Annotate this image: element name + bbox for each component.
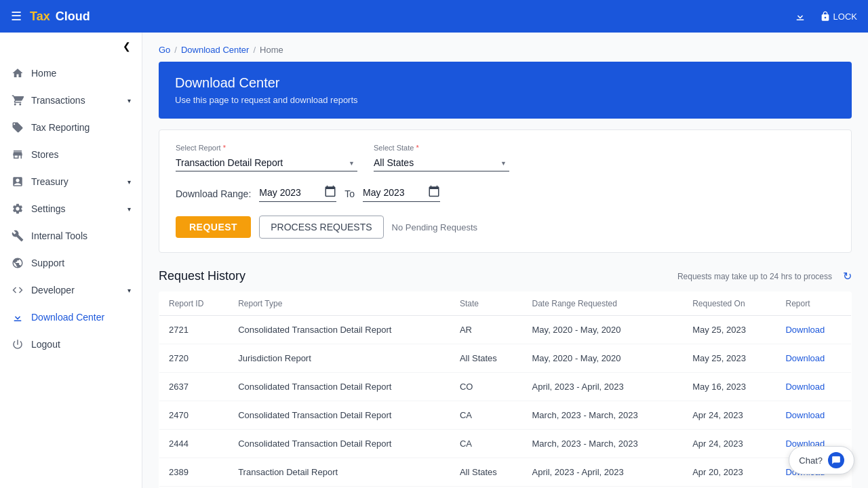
state-select[interactable]: All States AR CA CO <box>374 155 509 171</box>
stores-icon <box>11 148 24 161</box>
lock-button[interactable]: LOCK <box>820 11 857 22</box>
cell-report-id: 2389 <box>159 458 229 487</box>
sidebar-item-download-center[interactable]: Download Center <box>0 304 142 331</box>
request-history-title: Request History <box>159 269 245 283</box>
report-select-group: Select Report * Transaction Detail Repor… <box>176 144 357 171</box>
table-row: 2721 Consolidated Transaction Detail Rep… <box>159 316 852 344</box>
cell-report: Download <box>776 373 851 401</box>
transactions-icon <box>11 94 24 107</box>
cell-date-range: May, 2020 - May, 2020 <box>523 344 684 373</box>
calendar-from-icon[interactable] <box>324 185 336 200</box>
table-row: 2444 Consolidated Transaction Detail Rep… <box>159 430 852 458</box>
cell-date-range: April, 2023 - April, 2023 <box>523 373 684 401</box>
treasury-icon <box>11 175 24 188</box>
cell-requested-on: May 25, 2023 <box>683 316 776 344</box>
sidebar-item-stores[interactable]: Stores <box>0 141 142 168</box>
hamburger-icon[interactable]: ☰ <box>11 9 22 24</box>
table-row: 2470 Consolidated Transaction Detail Rep… <box>159 401 852 430</box>
chat-button[interactable]: Chat? <box>789 446 854 474</box>
cell-date-range: March, 2023 - March, 2023 <box>523 430 684 458</box>
table-row: 2637 Consolidated Transaction Detail Rep… <box>159 373 852 401</box>
chevron-down-icon-developer: ▾ <box>127 287 131 294</box>
main-layout: ❮ Home Transactions ▾ Tax Reporting <box>0 33 868 488</box>
process-requests-button[interactable]: PROCESS REQUESTS <box>259 216 383 239</box>
cell-state: All States <box>450 344 523 373</box>
cell-report-type: Consolidated Transaction Detail Report <box>229 401 450 430</box>
cell-requested-on: May 16, 2023 <box>683 373 776 401</box>
cell-state: CA <box>450 430 523 458</box>
breadcrumb-go[interactable]: Go <box>159 45 170 55</box>
cell-requested-on: May 25, 2023 <box>683 344 776 373</box>
chevron-down-icon: ▾ <box>127 97 131 104</box>
cell-state: All States <box>450 458 523 487</box>
cell-report-type: Consolidated Transaction Detail Report <box>229 430 450 458</box>
lock-label: LOCK <box>833 12 857 22</box>
sidebar-item-support[interactable]: Support <box>0 249 142 277</box>
col-report-id: Report ID <box>159 292 229 316</box>
sidebar-label-home: Home <box>31 68 131 79</box>
sidebar-toggle[interactable]: ❮ <box>0 33 142 60</box>
logo-tax: Tax <box>30 9 50 24</box>
cell-requested-on: Apr 24, 2023 <box>683 430 776 458</box>
cell-report-id: 2721 <box>159 316 229 344</box>
calendar-to-icon[interactable] <box>428 185 440 200</box>
date-from-wrap <box>259 185 336 202</box>
breadcrumb: Go / Download Center / Home <box>142 33 868 62</box>
request-history-header: Request History Requests may take up to … <box>159 269 852 283</box>
sidebar-label-internal-tools: Internal Tools <box>31 230 131 241</box>
download-link[interactable]: Download <box>785 325 825 335</box>
request-history-table: Report ID Report Type State Date Range R… <box>159 291 852 488</box>
sidebar-item-tax-reporting[interactable]: Tax Reporting <box>0 114 142 141</box>
action-buttons-row: REQUEST PROCESS REQUESTS No Pending Requ… <box>176 216 835 239</box>
chat-icon <box>828 452 844 468</box>
chevron-left-icon: ❮ <box>123 41 131 52</box>
download-range-label: Download Range: <box>176 188 251 199</box>
chevron-down-icon-settings: ▾ <box>127 205 131 213</box>
request-history-note: Requests may take up to 24 hrs to proces… <box>677 272 832 281</box>
request-form-card: Select Report * Transaction Detail Repor… <box>159 129 852 253</box>
date-to-input[interactable] <box>363 187 424 198</box>
col-report-type: Report Type <box>229 292 450 316</box>
col-report: Report <box>776 292 851 316</box>
sidebar-label-tax-reporting: Tax Reporting <box>31 122 131 133</box>
table-row: 2389 Transaction Detail Report All State… <box>159 458 852 487</box>
sidebar-label-treasury: Treasury <box>31 176 121 187</box>
sidebar-item-developer[interactable]: Developer ▾ <box>0 277 142 304</box>
cell-report-type: Consolidated Transaction Detail Report <box>229 316 450 344</box>
sidebar-label-logout: Logout <box>31 339 131 350</box>
form-selects-row: Select Report * Transaction Detail Repor… <box>176 144 835 171</box>
sidebar-item-internal-tools[interactable]: Internal Tools <box>0 222 142 249</box>
download-link[interactable]: Download <box>785 382 825 392</box>
sidebar-item-logout[interactable]: Logout <box>0 331 142 358</box>
breadcrumb-download-center[interactable]: Download Center <box>181 45 249 55</box>
cell-report-type: Jurisdiction Report <box>229 344 450 373</box>
breadcrumb-sep-1: / <box>174 45 177 55</box>
download-link[interactable]: Download <box>785 353 825 363</box>
top-navigation: ☰ TaxCloud LOCK <box>0 0 868 33</box>
sidebar-label-download-center: Download Center <box>31 312 131 323</box>
report-select-label: Select Report * <box>176 144 357 152</box>
sidebar-item-settings[interactable]: Settings ▾ <box>0 195 142 222</box>
request-button[interactable]: REQUEST <box>176 216 251 238</box>
sidebar-item-treasury[interactable]: Treasury ▾ <box>0 168 142 195</box>
chevron-down-icon-treasury: ▾ <box>127 178 131 186</box>
sidebar-label-developer: Developer <box>31 285 121 296</box>
table-body: 2721 Consolidated Transaction Detail Rep… <box>159 316 852 489</box>
cell-date-range: May, 2020 - May, 2020 <box>523 316 684 344</box>
refresh-icon[interactable]: ↻ <box>843 270 852 283</box>
cell-report: Download <box>776 401 851 430</box>
sidebar-item-home[interactable]: Home <box>0 60 142 87</box>
logo[interactable]: TaxCloud <box>30 9 90 24</box>
sidebar-label-support: Support <box>31 258 131 268</box>
cell-date-range: April, 2023 - April, 2023 <box>523 458 684 487</box>
cell-report-type: Transaction Detail Report <box>229 458 450 487</box>
cell-report-id: 2444 <box>159 430 229 458</box>
report-select[interactable]: Transaction Detail Report Consolidated T… <box>176 155 357 171</box>
download-link[interactable]: Download <box>785 410 825 420</box>
sidebar-item-transactions[interactable]: Transactions ▾ <box>0 87 142 114</box>
to-label: To <box>344 188 355 199</box>
logo-cloud: Cloud <box>56 9 90 24</box>
topnav-download-icon[interactable] <box>794 10 806 22</box>
dc-subtitle: Use this page to request and download re… <box>175 95 835 105</box>
date-from-input[interactable] <box>259 187 320 198</box>
